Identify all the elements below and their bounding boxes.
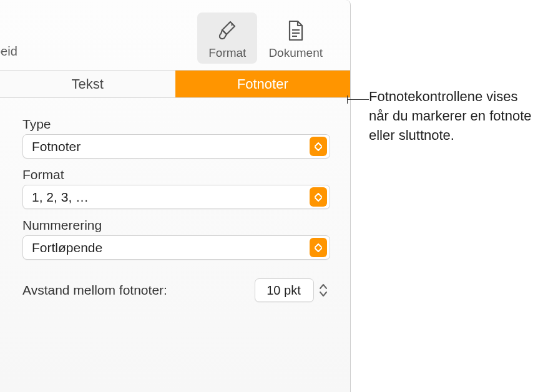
chevron-updown-icon: [310, 137, 327, 156]
type-field-group: Type Fotnoter: [22, 117, 330, 159]
document-icon: [283, 17, 309, 44]
format-value: 1, 2, 3, …: [23, 190, 310, 205]
callout-line: [347, 99, 369, 100]
numbering-popup[interactable]: Fortløpende: [22, 235, 330, 260]
tab-footnotes-label: Fotnoter: [237, 76, 288, 92]
paintbrush-icon: [214, 17, 240, 44]
numbering-value: Fortløpende: [23, 240, 310, 255]
spacing-input[interactable]: [255, 278, 314, 302]
spacing-row: Avstand mellom fotnoter:: [22, 278, 330, 302]
format-toolbar-button[interactable]: Format: [197, 12, 257, 64]
svg-point-0: [232, 24, 233, 26]
chevron-down-icon: [319, 291, 328, 297]
numbering-label: Nummerering: [22, 218, 330, 233]
tab-text[interactable]: Tekst: [0, 71, 175, 97]
segment-tabs: Tekst Fotnoter: [0, 71, 350, 98]
chevron-up-icon: [319, 283, 328, 290]
inspector-panel: beid Format: [0, 0, 351, 392]
toolbar: beid Format: [0, 0, 350, 71]
tab-footnotes[interactable]: Fotnoter: [175, 71, 351, 97]
type-popup[interactable]: Fotnoter: [22, 134, 330, 159]
numbering-field-group: Nummerering Fortløpende: [22, 218, 330, 260]
spacing-label: Avstand mellom fotnoter:: [22, 283, 255, 298]
callout-text: Fotnotekontrollene vises når du markerer…: [369, 87, 537, 145]
stepper-arrows[interactable]: [316, 279, 330, 301]
spacing-stepper: [255, 278, 330, 302]
type-label: Type: [22, 117, 330, 132]
toolbar-left-text: beid: [0, 44, 17, 64]
format-field-group: Format 1, 2, 3, …: [22, 167, 330, 209]
toolbar-buttons: Format Dokument: [197, 12, 334, 64]
type-value: Fotnoter: [23, 139, 310, 154]
chevron-updown-icon: [310, 238, 327, 257]
format-label: Format: [208, 46, 246, 60]
content-area: Type Fotnoter Format 1, 2, 3, … Nummerer…: [0, 98, 350, 302]
chevron-updown-icon: [310, 187, 327, 207]
format-popup[interactable]: 1, 2, 3, …: [22, 185, 330, 209]
document-toolbar-button[interactable]: Dokument: [257, 12, 334, 64]
document-label: Dokument: [268, 46, 323, 60]
tab-text-label: Tekst: [72, 76, 104, 92]
format-label: Format: [22, 167, 330, 182]
